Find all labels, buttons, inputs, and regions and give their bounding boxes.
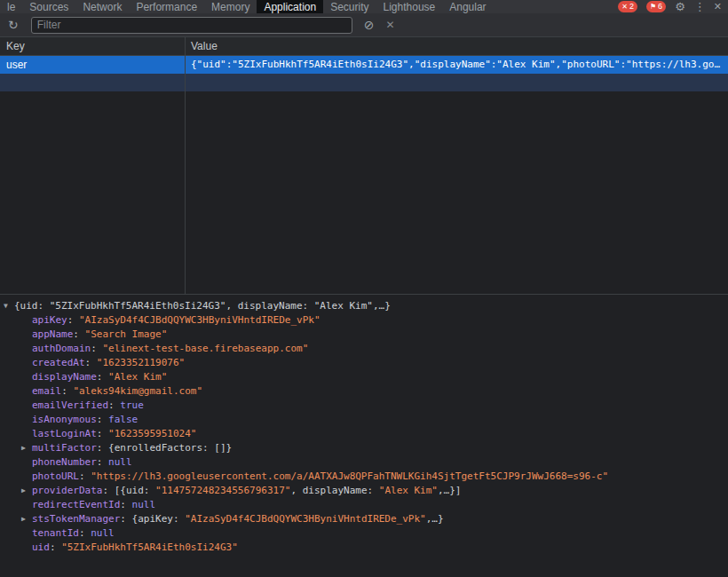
tree-segment: true — [120, 399, 144, 411]
tree-segment: providerData — [32, 485, 102, 496]
tree-segment: "AIzaSyD4f4CJBdQQYWC3HByniVHntdIREDe_vPk… — [79, 314, 320, 326]
tree-segment: null — [132, 499, 156, 510]
tree-segment: {enrolledFactors: []} — [108, 442, 232, 454]
tree-segment: "https://lh3.googleusercontent.com/a/AAT… — [91, 470, 608, 482]
tree-segment: ,…} — [426, 513, 444, 525]
tree-segment: tenantId — [32, 527, 79, 539]
devtools-window: leSourcesNetworkPerformanceMemoryApplica… — [0, 0, 728, 577]
close-devtools-icon[interactable]: ✕ — [714, 2, 722, 12]
tab-performance[interactable]: Performance — [129, 0, 204, 13]
tree-segment: : — [79, 527, 91, 539]
tree-prop-emailVerified[interactable]: emailVerified: true — [4, 399, 728, 413]
filter-input[interactable] — [31, 17, 352, 34]
more-options-icon[interactable]: ⋮ — [694, 1, 705, 12]
row-key-cell — [0, 74, 185, 91]
tree-prop-appName[interactable]: appName: "Search Image" — [4, 328, 728, 342]
tab-security[interactable]: Security — [323, 0, 376, 13]
tree-prop-displayName[interactable]: displayName: "Alex Kim" — [4, 370, 728, 384]
row-value-cell: {"uid":"5ZIxFubHkhTf5AR4iEth0sIi24G3","d… — [185, 56, 728, 74]
tab-application[interactable]: Application — [257, 0, 323, 13]
tree-segment: : — [67, 314, 79, 326]
tab-lighthouse[interactable]: Lighthouse — [376, 0, 443, 13]
tree-segment: : — [97, 414, 108, 425]
tree-prop-stsTokenManager[interactable]: ▶stsTokenManager: {apiKey: "AIzaSyD4f4CJ… — [4, 512, 728, 526]
tree-prop-redirectEventId[interactable]: redirectEventId: null — [4, 498, 728, 512]
tree-segment: "1623352119076" — [97, 357, 185, 368]
tree-segment: false — [108, 414, 138, 425]
tree-segment: : — [79, 470, 91, 482]
json-tree: ▼{uid: "5ZIxFubHkhTf5AR4iEth0sIi24G3", d… — [0, 295, 728, 555]
tree-prop-uid[interactable]: uid: "5ZIxFubHkhTf5AR4iEth0sIi24G3" — [4, 541, 728, 555]
error-count-badge[interactable]: ✕ 2 — [618, 1, 637, 12]
refresh-icon[interactable]: ↻ — [8, 19, 19, 31]
tree-segment: "elinext-test-base.firebaseapp.com" — [102, 343, 308, 354]
expand-triangle-icon[interactable]: ▶ — [21, 512, 32, 526]
error-count: 2 — [629, 1, 634, 12]
tree-prop-multiFactor[interactable]: ▶multiFactor: {enrolledFactors: []} — [4, 441, 728, 455]
tree-prop-tenantId[interactable]: tenantId: null — [4, 526, 728, 541]
issues-count-badge[interactable]: ⚑ 6 — [646, 1, 666, 12]
tree-segment: : — [85, 357, 97, 368]
tree-segment: phoneNumber — [32, 456, 97, 468]
tree-prop-photoURL[interactable]: photoURL: "https://lh3.googleusercontent… — [4, 470, 728, 484]
tree-segment: {uid: "5ZIxFubHkhTf5AR4iEth0sIi24G3", di… — [14, 300, 391, 312]
table-rows: user{"uid":"5ZIxFubHkhTf5AR4iEth0sIi24G3… — [0, 56, 728, 91]
tab-bar-right: ✕ 2 ⚑ 6 ⚙ ⋮ ✕ — [618, 0, 728, 13]
tree-segment: apiKey — [32, 314, 67, 326]
tree-root[interactable]: ▼{uid: "5ZIxFubHkhTf5AR4iEth0sIi24G3", d… — [4, 299, 728, 313]
column-divider[interactable] — [185, 37, 186, 294]
tree-prop-providerData[interactable]: ▶providerData: [{uid: "11475724823455679… — [4, 484, 728, 498]
tab-sources[interactable]: Sources — [22, 0, 75, 13]
storage-table: Key Value user{"uid":"5ZIxFubHkhTf5AR4iE… — [0, 37, 728, 295]
tree-segment: "Alex Kim" — [108, 371, 167, 383]
table-filler — [0, 91, 728, 294]
tree-segment: : — [97, 456, 108, 468]
tree-segment: "AIzaSyD4f4CJBdQQYWC3HByniVHntdIREDe_vPk… — [185, 513, 426, 525]
collapse-triangle-icon[interactable]: ▼ — [4, 299, 14, 313]
tab-angular[interactable]: Angular — [442, 0, 493, 13]
tab-memory[interactable]: Memory — [204, 0, 257, 13]
tree-segment: : — [120, 513, 131, 525]
tab-console[interactable]: le — [0, 0, 22, 13]
tree-prop-isAnonymous[interactable]: isAnonymous: false — [4, 413, 728, 427]
tree-segment: appName — [32, 328, 73, 340]
settings-gear-icon[interactable]: ⚙ — [675, 1, 685, 12]
delete-selected-icon[interactable]: ✕ — [385, 20, 394, 30]
tree-segment: authDomain — [32, 343, 91, 354]
tree-segment: multiFactor — [32, 442, 97, 454]
tree-segment: : — [97, 371, 108, 383]
column-header-value[interactable]: Value — [185, 37, 728, 55]
tree-prop-lastLoginAt[interactable]: lastLoginAt: "1623595951024" — [4, 427, 728, 441]
tree-segment: : — [108, 399, 120, 411]
tree-prop-authDomain[interactable]: authDomain: "elinext-test-base.firebasea… — [4, 342, 728, 356]
issues-flag-icon: ⚑ — [650, 1, 656, 12]
tree-segment: "Search Image" — [85, 328, 168, 340]
value-preview-pane: ▼{uid: "5ZIxFubHkhTf5AR4iEth0sIi24G3", d… — [0, 295, 728, 577]
row-value-cell — [185, 74, 728, 91]
column-header-key[interactable]: Key — [0, 37, 185, 55]
tree-segment: ,…}] — [438, 485, 462, 496]
clear-all-icon[interactable]: ⊘ — [364, 19, 375, 31]
expand-triangle-icon[interactable]: ▶ — [21, 484, 32, 498]
tree-segment: lastLoginAt — [32, 428, 97, 439]
expand-triangle-icon[interactable]: ▶ — [21, 441, 32, 455]
storage-row-empty[interactable] — [0, 74, 728, 91]
tree-segment: [{uid: — [115, 485, 155, 496]
tree-prop-email[interactable]: email: "aleks94kim@gmail.com" — [4, 384, 728, 399]
tree-segment: "114757248234556796317" — [155, 485, 290, 496]
tree-prop-createdAt[interactable]: createdAt: "1623352119076" — [4, 356, 728, 370]
tree-segment: : — [73, 328, 84, 340]
tree-prop-phoneNumber[interactable]: phoneNumber: null — [4, 455, 728, 470]
tab-network[interactable]: Network — [75, 0, 129, 13]
storage-row-user[interactable]: user{"uid":"5ZIxFubHkhTf5AR4iEth0sIi24G3… — [0, 56, 728, 74]
devtools-tab-bar: leSourcesNetworkPerformanceMemoryApplica… — [0, 0, 728, 13]
tree-prop-apiKey[interactable]: apiKey: "AIzaSyD4f4CJBdQQYWC3HByniVHntdI… — [4, 313, 728, 328]
tree-segment: : — [97, 428, 108, 439]
error-icon: ✕ — [621, 1, 628, 12]
tree-segment: : — [61, 385, 73, 397]
tree-segment: null — [91, 527, 115, 539]
tree-segment: redirectEventId — [32, 499, 120, 510]
tab-strip: leSourcesNetworkPerformanceMemoryApplica… — [0, 0, 494, 13]
tree-segment: email — [32, 385, 61, 397]
storage-toolbar: ↻ ⊘ ✕ — [0, 13, 728, 37]
